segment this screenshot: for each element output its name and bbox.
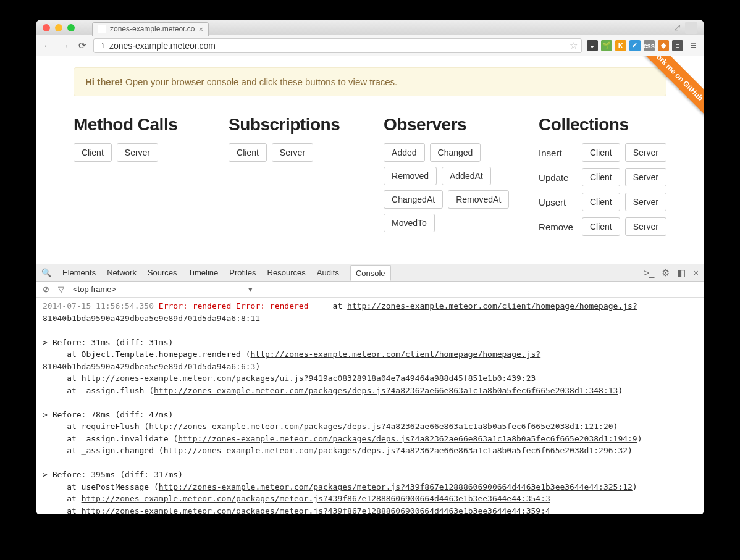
subscription-client-button[interactable]: Client — [229, 143, 267, 162]
observer-removed-button[interactable]: Removed — [384, 167, 437, 185]
method-client-button[interactable]: Client — [74, 143, 112, 162]
extensions: ⌄ 🌱 K ✓ css ◆ ≡ — [587, 40, 683, 51]
css-extension-icon[interactable]: css — [644, 40, 655, 51]
url-text: zones-example.meteor.com — [109, 41, 216, 51]
remove-server-button[interactable]: Server — [625, 217, 666, 236]
console-text: ) — [255, 362, 260, 371]
filter-icon[interactable]: ▽ — [58, 285, 64, 294]
address-bar: ← → ⟳ 🗋 zones-example.meteor.com ☆ ⌄ 🌱 K… — [36, 35, 704, 56]
browser-window: zones-example.meteor.co × ⤢ ← → ⟳ 🗋 zone… — [36, 20, 704, 514]
browser-tab[interactable]: zones-example.meteor.co × — [92, 22, 209, 36]
console-text: at — [43, 506, 82, 515]
observer-movedto-button[interactable]: MovedTo — [384, 214, 435, 232]
devtools-tab-sources[interactable]: Sources — [148, 268, 177, 277]
console-text: ) — [628, 446, 633, 455]
update-server-button[interactable]: Server — [625, 168, 666, 186]
collections-heading: Collections — [539, 115, 666, 135]
console-text: 2014-07-15 11:56:54.350 — [43, 301, 159, 311]
console-text: at — [43, 494, 82, 503]
observer-addedat-button[interactable]: AddedAt — [442, 167, 491, 185]
pocket-extension-icon[interactable]: ⌄ — [587, 40, 598, 51]
search-icon[interactable]: 🔍 — [41, 268, 51, 277]
menu-button[interactable]: ≡ — [688, 40, 699, 51]
close-tab-icon[interactable]: × — [198, 25, 203, 34]
omnibox[interactable]: 🗋 zones-example.meteor.com ☆ — [93, 38, 582, 53]
devtools-tab-network[interactable]: Network — [107, 268, 137, 277]
observer-removedat-button[interactable]: RemovedAt — [448, 190, 509, 209]
extension-icon[interactable]: ◆ — [658, 40, 669, 51]
collection-op-label: Update — [539, 172, 577, 183]
stack-link[interactable]: http://zones-example.meteor.com/packages… — [82, 374, 536, 383]
console-toolbar: ⊘ ▽ <top frame> ▾ — [36, 282, 704, 298]
observer-changed-button[interactable]: Changed — [430, 143, 481, 162]
dock-icon[interactable]: ◧ — [677, 267, 686, 278]
favicon — [98, 25, 106, 33]
stack-link[interactable]: http://zones-example.meteor.com/packages… — [149, 422, 613, 431]
collection-op-label: Remove — [539, 222, 577, 232]
kadira-extension-icon[interactable]: K — [615, 40, 626, 51]
console-text: ) — [637, 434, 642, 443]
console-text: > Before: 395ms (diff: 317ms) — [43, 470, 183, 479]
console-text: at _assign.changed ( — [43, 446, 164, 455]
devtools-tab-elements[interactable]: Elements — [62, 268, 96, 277]
devtools-tabs: 🔍 ElementsNetworkSourcesTimelineProfiles… — [36, 264, 704, 282]
settings-icon[interactable]: ⚙ — [662, 267, 670, 278]
forward-button[interactable]: → — [59, 40, 71, 52]
console-text: at — [43, 374, 82, 383]
clear-console-icon[interactable]: ⊘ — [43, 285, 49, 294]
devtools-tab-timeline[interactable]: Timeline — [188, 268, 219, 277]
devtools-tab-resources[interactable]: Resources — [267, 268, 306, 277]
stack-link[interactable]: http://zones-example.meteor.com/packages… — [159, 482, 633, 491]
observer-changedat-button[interactable]: ChangedAt — [384, 190, 443, 209]
console-text: ) — [633, 482, 637, 491]
stack-link[interactable]: http://zones-example.meteor.com/packages… — [178, 434, 637, 443]
stack-link[interactable]: http://zones-example.meteor.com/packages… — [154, 386, 618, 395]
reload-button[interactable]: ⟳ — [76, 40, 88, 52]
stack-link[interactable]: http://zones-example.meteor.com/packages… — [82, 494, 550, 503]
remove-client-button[interactable]: Client — [582, 217, 620, 236]
console-text: > Before: 31ms (diff: 31ms) — [43, 338, 173, 347]
subscription-server-button[interactable]: Server — [272, 143, 313, 162]
devtools-panel: 🔍 ElementsNetworkSourcesTimelineProfiles… — [36, 264, 704, 514]
collection-op-label: Insert — [539, 148, 577, 158]
extension-icon[interactable]: ✓ — [629, 40, 641, 51]
console-drawer-icon[interactable]: >_ — [644, 267, 654, 278]
observer-added-button[interactable]: Added — [384, 143, 424, 162]
devtools-tab-profiles[interactable]: Profiles — [229, 268, 256, 277]
page-icon: 🗋 — [98, 41, 106, 50]
upsert-client-button[interactable]: Client — [582, 193, 620, 211]
devtools-tab-console[interactable]: Console — [350, 265, 391, 281]
update-client-button[interactable]: Client — [582, 168, 620, 186]
buffer-extension-icon[interactable]: ≡ — [672, 40, 683, 51]
console-text: at — [308, 301, 347, 311]
back-button[interactable]: ← — [41, 40, 54, 52]
extension-icon[interactable]: 🌱 — [601, 40, 612, 51]
insert-server-button[interactable]: Server — [625, 143, 666, 162]
bookmark-star-icon[interactable]: ☆ — [570, 40, 578, 51]
minimize-window-button[interactable] — [55, 24, 62, 31]
alert-bold: Hi there! — [85, 77, 123, 87]
console-output[interactable]: 2014-07-15 11:56:54.350 Error: rendered … — [36, 298, 704, 514]
collection-op-label: Upsert — [539, 197, 577, 207]
profile-avatar[interactable] — [685, 22, 697, 34]
fullscreen-icon[interactable]: ⤢ — [673, 22, 681, 33]
devtools-tab-audits[interactable]: Audits — [317, 268, 339, 277]
console-text: > Before: 78ms (diff: 47ms) — [43, 410, 173, 419]
close-devtools-icon[interactable]: × — [693, 267, 699, 278]
alert-box: Hi there! Open your browser console and … — [74, 67, 666, 96]
maximize-window-button[interactable] — [67, 24, 75, 31]
method-server-button[interactable]: Server — [117, 143, 158, 162]
insert-client-button[interactable]: Client — [582, 143, 620, 162]
console-text: at Object.Template.homepage.rendered ( — [43, 349, 251, 359]
stack-link[interactable]: http://zones-example.meteor.com/packages… — [82, 506, 550, 515]
console-text: ) — [613, 422, 618, 431]
chevron-down-icon[interactable]: ▾ — [248, 285, 253, 294]
console-text: at _assign.invalidate ( — [43, 434, 178, 443]
stack-link[interactable]: http://zones-example.meteor.com/packages… — [164, 446, 628, 455]
console-text: at _assign.flush ( — [43, 386, 154, 395]
observers-heading: Observers — [384, 115, 514, 135]
upsert-server-button[interactable]: Server — [625, 193, 666, 211]
frame-selector[interactable]: <top frame> — [73, 285, 116, 294]
method-calls-heading: Method Calls — [74, 115, 204, 135]
close-window-button[interactable] — [43, 24, 50, 31]
